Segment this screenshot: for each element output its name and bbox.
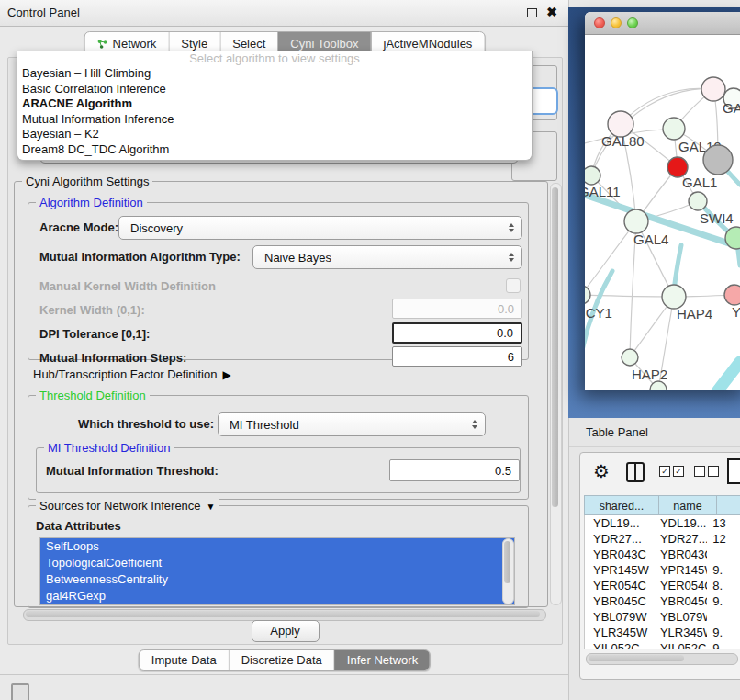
minimized-panel-icon[interactable] bbox=[11, 683, 29, 700]
checked-checkbox-icon[interactable]: ✓ bbox=[673, 466, 684, 477]
table-cell[interactable]: YER054C bbox=[585, 578, 654, 593]
algorithm-option[interactable]: ARACNE Algorithm bbox=[17, 96, 532, 112]
column-header-shared-name[interactable]: shared... bbox=[584, 495, 659, 515]
window-minimize-icon[interactable] bbox=[611, 17, 622, 28]
mi-steps-field[interactable]: 6 bbox=[392, 346, 522, 367]
settings-scrollbar-thumb[interactable] bbox=[552, 187, 558, 507]
table-rows[interactable]: YDL19...YDL19...13YDR27...YDR27...12YBR0… bbox=[584, 515, 740, 649]
algorithm-option[interactable]: Basic Correlation Inference bbox=[17, 82, 532, 97]
algorithm-option[interactable]: Bayesian – K2 bbox=[17, 127, 532, 142]
mi-threshold-label: Mutual Information Threshold: bbox=[46, 464, 219, 478]
table-cell[interactable]: 9. bbox=[707, 625, 740, 640]
table-cell[interactable]: YDR27... bbox=[585, 531, 654, 547]
table-cell[interactable]: YBR043C bbox=[654, 547, 707, 562]
network-window-titlebar[interactable] bbox=[585, 12, 740, 35]
table-cell[interactable] bbox=[707, 547, 740, 562]
table-cell[interactable]: 9. bbox=[707, 562, 740, 578]
table-cell[interactable]: YER054C bbox=[654, 578, 707, 593]
table-row[interactable]: YDR27...YDR27...12 bbox=[585, 531, 740, 547]
unchecked-checkbox-icon[interactable] bbox=[694, 466, 705, 477]
mi-threshold-field[interactable]: 0.5 bbox=[389, 459, 520, 481]
table-cell[interactable]: YDL19... bbox=[585, 515, 654, 531]
checked-checkbox-icon[interactable]: ✓ bbox=[659, 466, 670, 477]
table-row[interactable]: YIL052CYIL052C9 bbox=[585, 640, 740, 649]
table-cell[interactable]: YDL19... bbox=[654, 515, 707, 531]
table-cell[interactable]: YLR345W bbox=[585, 625, 654, 640]
table-cell[interactable]: YPR145W bbox=[654, 562, 707, 578]
table-hscrollbar[interactable] bbox=[586, 653, 738, 665]
close-icon[interactable]: ✖ bbox=[546, 5, 557, 19]
data-attribute-item[interactable]: SelfLoops bbox=[40, 538, 514, 555]
dpi-tolerance-field[interactable]: 0.0 bbox=[392, 322, 522, 344]
network-node-gcy1[interactable] bbox=[585, 286, 590, 304]
table-cell[interactable]: YBR045C bbox=[654, 593, 707, 609]
data-attribute-item[interactable]: BetweennessCentrality bbox=[40, 571, 514, 588]
table-row[interactable]: YBL079WYBL079W bbox=[585, 609, 740, 625]
kernel-width-field[interactable]: 0.0 bbox=[392, 299, 522, 319]
table-cell[interactable]: 9 bbox=[707, 640, 740, 649]
tab-discretize-data[interactable]: Discretize Data bbox=[229, 650, 334, 670]
table-row[interactable]: YLR345WYLR345W9. bbox=[585, 625, 740, 640]
network-node-gal10[interactable] bbox=[663, 118, 685, 140]
table-cell[interactable]: YBL079W bbox=[585, 609, 654, 625]
algorithm-option[interactable]: Mutual Information Inference bbox=[17, 112, 532, 128]
table-function-icon[interactable] bbox=[727, 458, 740, 484]
hub-tf-definition-row[interactable]: Hub/Transcription Factor Definition▶ bbox=[33, 367, 231, 381]
algorithm-option[interactable]: Bayesian – Hill Climbing bbox=[17, 66, 532, 82]
table-cell[interactable]: 9. bbox=[707, 593, 740, 609]
window-zoom-icon[interactable] bbox=[627, 17, 638, 28]
manual-kernel-checkbox[interactable] bbox=[506, 278, 521, 293]
column-header-clipped[interactable] bbox=[716, 495, 740, 515]
table-cell[interactable]: YBR043C bbox=[585, 547, 654, 562]
table-row[interactable]: YER054CYER054C8. bbox=[585, 578, 740, 593]
data-attributes-list[interactable]: SelfLoopsTopologicalCoefficientBetweenne… bbox=[39, 537, 515, 605]
network-canvas[interactable]: GALGAL80GAL10GAL1SWI4GAL11GAL4GCY1HAP4YH… bbox=[585, 35, 740, 390]
table-row[interactable]: YBR043CYBR043C bbox=[585, 547, 740, 562]
gear-icon[interactable]: ⚙ bbox=[593, 460, 610, 482]
table-cell[interactable]: YBR045C bbox=[585, 593, 654, 609]
attributes-scrollbar[interactable] bbox=[502, 538, 514, 604]
data-attribute-item[interactable]: TopologicalCoefficient bbox=[40, 555, 514, 571]
column-layout-icon[interactable] bbox=[626, 462, 645, 482]
which-threshold-select[interactable]: MI Threshold bbox=[218, 412, 486, 436]
network-node-gal11[interactable] bbox=[585, 166, 600, 185]
data-attribute-item[interactable]: gal4RGexp bbox=[40, 588, 514, 604]
table-hscrollbar-thumb[interactable] bbox=[589, 655, 684, 661]
algorithm-option[interactable]: Dream8 DC_TDC Algorithm bbox=[17, 142, 532, 158]
apply-button[interactable]: Apply bbox=[252, 620, 320, 642]
expand-down-icon[interactable]: ▼ bbox=[207, 502, 216, 512]
table-cell[interactable]: YPR145W bbox=[585, 562, 654, 578]
tab-infer-network[interactable]: Infer Network bbox=[334, 650, 430, 670]
table-row[interactable]: YDL19...YDL19...13 bbox=[585, 515, 740, 531]
table-cell[interactable]: 8. bbox=[707, 578, 740, 593]
tab-label: Discretize Data bbox=[241, 650, 322, 670]
network-node-gal4[interactable] bbox=[624, 209, 648, 233]
window-close-icon[interactable] bbox=[594, 17, 605, 28]
network-node-gal1[interactable] bbox=[689, 192, 707, 210]
table-row[interactable]: YPR145WYPR145W9. bbox=[585, 562, 740, 578]
table-cell[interactable]: YLR345W bbox=[654, 625, 707, 640]
unchecked-checkbox-icon[interactable] bbox=[708, 466, 719, 477]
mi-type-select[interactable]: Naive Bayes bbox=[252, 245, 522, 269]
table-cell[interactable]: 13 bbox=[707, 515, 740, 531]
table-cell[interactable]: YIL052C bbox=[654, 640, 707, 649]
float-panel-icon[interactable] bbox=[527, 8, 537, 17]
attributes-scrollbar-thumb[interactable] bbox=[504, 541, 510, 583]
network-node-gal[interactable] bbox=[701, 77, 725, 101]
network-node[interactable] bbox=[703, 145, 733, 175]
settings-hscrollbar-thumb[interactable] bbox=[26, 611, 540, 617]
table-row[interactable]: YBR045CYBR045C9. bbox=[585, 593, 740, 609]
table-cell[interactable]: 12 bbox=[707, 531, 740, 547]
network-node-y[interactable] bbox=[724, 285, 740, 305]
table-cell[interactable] bbox=[707, 609, 740, 625]
node-label: Y bbox=[732, 304, 740, 320]
table-cell[interactable]: YIL052C bbox=[585, 640, 654, 649]
tab-impute-data[interactable]: Impute Data bbox=[140, 650, 229, 670]
expand-right-icon[interactable]: ▶ bbox=[222, 368, 230, 381]
column-header-name[interactable]: name bbox=[658, 495, 717, 515]
table-cell[interactable]: YBL079W bbox=[654, 609, 707, 625]
settings-scrollbar[interactable] bbox=[550, 183, 562, 605]
aracne-mode-select[interactable]: Discovery bbox=[118, 216, 522, 240]
table-cell[interactable]: YDR27... bbox=[654, 531, 707, 547]
network-node-hap2[interactable] bbox=[622, 349, 638, 366]
